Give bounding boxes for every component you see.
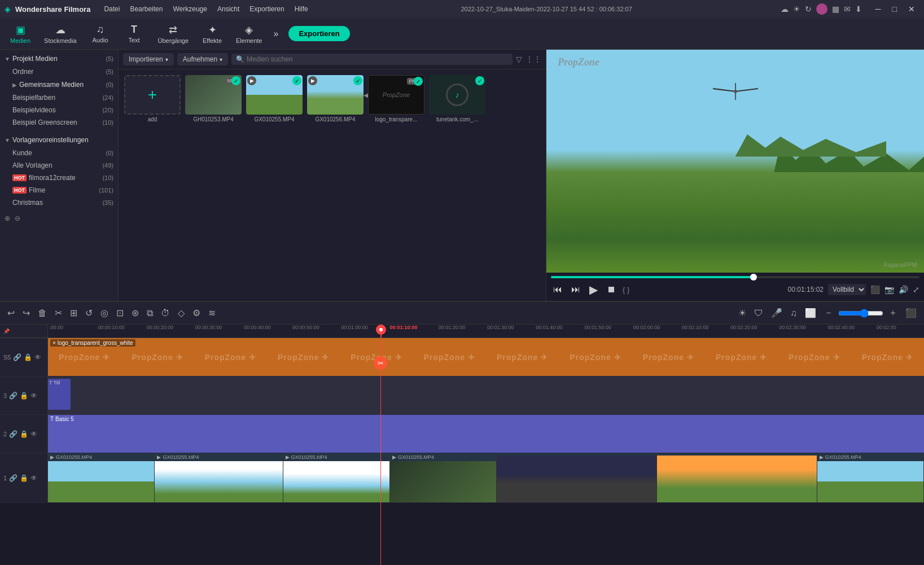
keyframe-button[interactable]: ◇ bbox=[175, 306, 187, 320]
shield-icon[interactable]: 🛡 bbox=[751, 306, 766, 320]
media-item-gh010253[interactable]: MP4 ✓ GH010253.MP4 bbox=[185, 75, 242, 295]
play-slow-button[interactable]: ⏭ bbox=[569, 283, 583, 296]
toolbar-medien[interactable]: ▣ Medien bbox=[5, 21, 36, 46]
music-icon[interactable]: ♫ bbox=[787, 306, 800, 320]
video-clip-6[interactable] bbox=[657, 453, 817, 502]
close-button[interactable]: ✕ bbox=[904, 3, 919, 15]
media-item-tunetank[interactable]: ♪ ✓ tunetank.com_... bbox=[429, 75, 485, 295]
track-1-lock-icon[interactable]: 🔒 bbox=[20, 474, 28, 482]
sidebar-header-gemeinsame[interactable]: ▶ Gemeinsame Medien (0) bbox=[0, 78, 118, 91]
menu-bearbeiten[interactable]: Bearbeiten bbox=[125, 4, 167, 14]
toolbar-audio[interactable]: ♫ Audio bbox=[85, 21, 116, 46]
sidebar-header-vorlagen[interactable]: ▼ Vorlagenvoreinstellungen bbox=[0, 133, 118, 147]
video-clip-5[interactable] bbox=[497, 453, 657, 502]
delete-button[interactable]: 🗑 bbox=[35, 306, 50, 320]
track-2-link-icon[interactable]: 🔗 bbox=[9, 430, 17, 438]
media-add-item[interactable]: + add bbox=[124, 75, 181, 295]
media-item-gx010255[interactable]: ▶ ✓ GX010255.MP4 bbox=[246, 75, 303, 295]
video-clip-3[interactable]: ▶GX010255.MP4 bbox=[283, 453, 390, 502]
record-button[interactable]: Aufnehmen ▾ bbox=[177, 53, 228, 65]
toolbar-uebergaenge[interactable]: ⇄ Übergänge bbox=[152, 21, 194, 46]
speed-button[interactable]: ◎ bbox=[98, 306, 111, 320]
export-button[interactable]: Exportieren bbox=[288, 26, 349, 41]
toolbar-more-button[interactable]: » bbox=[270, 27, 282, 41]
toolbar-effekte[interactable]: ✦ Effekte bbox=[196, 21, 228, 46]
toolbar-elemente[interactable]: ◈ Elemente bbox=[230, 21, 268, 46]
sidebar-item-ordner[interactable]: Ordner (5) bbox=[0, 65, 118, 78]
video-clip-4[interactable]: ▶GX010255.MP4 bbox=[390, 453, 497, 502]
track-3-lock-icon[interactable]: 🔒 bbox=[20, 392, 28, 400]
track-3-link-icon[interactable]: 🔗 bbox=[9, 392, 17, 400]
sidebar-item-kunde[interactable]: Kunde (0) bbox=[0, 147, 118, 159]
sun-icon[interactable]: ☀ bbox=[793, 5, 800, 14]
sidebar-item-beispielfarben[interactable]: Beispielfarben (24) bbox=[0, 91, 118, 104]
track-3-eye-icon[interactable]: 👁 bbox=[30, 392, 37, 400]
sidebar-item-filme[interactable]: HOT Filme (101) bbox=[0, 184, 118, 196]
menu-exportieren[interactable]: Exportieren bbox=[245, 4, 288, 14]
sidebar-item-alle-vorlagen[interactable]: Alle Vorlagen (49) bbox=[0, 159, 118, 172]
group-button[interactable]: ⊛ bbox=[129, 306, 142, 320]
maximize-button[interactable]: □ bbox=[888, 3, 901, 15]
media-item-logo[interactable]: ◀ PropZone PNG ✓ logo_transpare... bbox=[368, 75, 424, 295]
grid-view-icon[interactable]: ⋮⋮ bbox=[526, 55, 541, 64]
marker-button[interactable]: ↺ bbox=[82, 306, 95, 320]
crop-button[interactable]: ⊞ bbox=[67, 306, 80, 320]
sun-adj-icon[interactable]: ☀ bbox=[735, 306, 749, 320]
cut-button[interactable]: ✂ bbox=[52, 306, 65, 320]
video-clip-7[interactable]: ▶GX010255.MP4 bbox=[817, 453, 924, 502]
menu-werkzeuge[interactable]: Werkzeuge bbox=[168, 4, 211, 14]
mail-icon[interactable]: ✉ bbox=[844, 5, 851, 14]
menu-hilfe[interactable]: Hilfe bbox=[290, 4, 313, 14]
sidebar-item-filmora12create[interactable]: HOT filmora12create (10) bbox=[0, 172, 118, 184]
import-button[interactable]: Importieren ▾ bbox=[123, 53, 174, 65]
track-1-link-icon[interactable]: 🔗 bbox=[9, 474, 17, 482]
play-button[interactable]: ▶ bbox=[587, 282, 600, 297]
grid-icon[interactable]: ▦ bbox=[832, 5, 839, 14]
expand-icon[interactable]: ⤢ bbox=[913, 285, 919, 294]
track-2-lock-icon[interactable]: 🔒 bbox=[20, 430, 28, 438]
refresh-icon[interactable]: ↻ bbox=[805, 5, 812, 14]
snap-button[interactable]: ⧉ bbox=[144, 306, 156, 320]
timeline-zoom-slider[interactable] bbox=[838, 309, 883, 318]
undo-button[interactable]: ↩ bbox=[5, 306, 17, 320]
step-back-button[interactable]: ⏮ bbox=[551, 283, 564, 296]
track-2-eye-icon[interactable]: 👁 bbox=[30, 430, 37, 438]
fit-button[interactable]: ⬛ bbox=[903, 306, 919, 320]
fullbild-select[interactable]: Vollbild bbox=[828, 284, 866, 295]
waveform-button[interactable]: ≋ bbox=[205, 306, 218, 320]
track-1-eye-icon[interactable]: 👁 bbox=[30, 474, 37, 482]
folder-remove-icon[interactable]: ⊖ bbox=[15, 214, 20, 222]
media-search-input[interactable] bbox=[247, 55, 508, 63]
zoom-in-icon[interactable]: ＋ bbox=[886, 305, 900, 321]
stop-button[interactable]: ⏹ bbox=[605, 283, 618, 296]
track-s5-link-icon[interactable]: 🔗 bbox=[13, 353, 21, 361]
menu-datei[interactable]: Datei bbox=[99, 4, 124, 14]
video-clip-1[interactable]: ▶GX010255.MP4 bbox=[48, 453, 155, 502]
snapshot-icon[interactable]: 📷 bbox=[884, 285, 894, 294]
sidebar-item-beispielvideos[interactable]: Beispielvideos (20) bbox=[0, 104, 118, 116]
track-s5-lock-icon[interactable]: 🔒 bbox=[24, 353, 32, 361]
sidebar-item-greenscreen[interactable]: Beispiel Greenscreen (10) bbox=[0, 116, 118, 129]
zoom-fit-button[interactable]: ⊡ bbox=[113, 306, 126, 320]
redo-button[interactable]: ↪ bbox=[20, 306, 33, 320]
toolbar-text[interactable]: T Text bbox=[119, 21, 150, 46]
subtitle-icon[interactable]: ⬜ bbox=[802, 306, 819, 320]
sidebar-item-christmas[interactable]: Christmas (35) bbox=[0, 196, 118, 209]
mic-icon[interactable]: 🎤 bbox=[768, 306, 785, 320]
video-clip-2[interactable]: ▶GX010255.MP4 bbox=[155, 453, 283, 502]
scrubber-thumb[interactable] bbox=[750, 274, 757, 281]
minimize-button[interactable]: ─ bbox=[871, 3, 886, 15]
audio-adj-button[interactable]: ⚙ bbox=[190, 306, 203, 320]
cloud-icon[interactable]: ☁ bbox=[781, 5, 789, 14]
toolbar-stockmedia[interactable]: ☁ Stockmedia bbox=[38, 21, 82, 46]
download-icon[interactable]: ⬇ bbox=[855, 5, 862, 14]
timer-button[interactable]: ⏱ bbox=[158, 306, 173, 320]
zoom-out-icon[interactable]: － bbox=[821, 305, 836, 321]
volume-icon[interactable]: 🔊 bbox=[899, 285, 908, 294]
title-clip[interactable]: T Titl bbox=[48, 379, 71, 410]
screen-icon[interactable]: ⬛ bbox=[870, 285, 880, 294]
sidebar-header-projekt[interactable]: ▼ Projekt Medien (5) bbox=[0, 52, 118, 65]
media-item-gx010256[interactable]: ▶ ✓ GX010256.MP4 bbox=[307, 75, 364, 295]
filter-icon[interactable]: ▽ bbox=[516, 55, 522, 64]
track-s5-eye-icon[interactable]: 👁 bbox=[34, 353, 41, 361]
